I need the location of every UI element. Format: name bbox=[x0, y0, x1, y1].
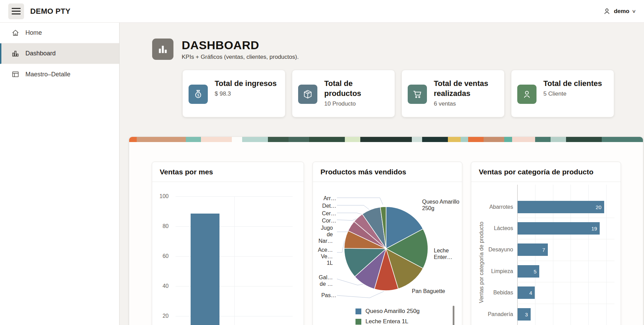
monthly-bar[interactable] bbox=[191, 214, 219, 325]
sidebar: Home Dashboard Maestro–Detalle bbox=[0, 23, 120, 325]
charts-panel: Ventas por mes 100 80 60 40 20 bbox=[129, 137, 643, 325]
pie-label: Det… bbox=[315, 203, 336, 209]
bar-value: 5 bbox=[534, 269, 536, 274]
sidebar-item-maestro-detalle[interactable]: Maestro–Detalle bbox=[0, 64, 119, 85]
bar-value: 7 bbox=[542, 247, 545, 253]
chart-title: Ventas por mes bbox=[152, 162, 304, 182]
pie-label: Cor… bbox=[315, 217, 336, 224]
category-label: Abarrotes bbox=[479, 204, 513, 210]
kpi-card-clientes: Total de clientes 5 Cliente bbox=[511, 70, 614, 117]
kpi-card-productos: Total de productos 10 Producto bbox=[292, 70, 395, 117]
chart-card-ventas-por-mes: Ventas por mes 100 80 60 40 20 bbox=[152, 162, 304, 325]
pie-label: Pas… bbox=[315, 292, 336, 299]
y-tick: 80 bbox=[152, 223, 169, 229]
kpi-title: Total de ingresos bbox=[215, 78, 277, 88]
kpi-value: 6 ventas bbox=[434, 100, 498, 107]
user-icon bbox=[603, 8, 611, 15]
sidebar-item-label: Home bbox=[25, 29, 42, 36]
bar-chart-icon bbox=[152, 39, 173, 60]
legend-swatch bbox=[355, 319, 361, 325]
kpi-value: $ 98.3 bbox=[215, 90, 277, 97]
pie-svg bbox=[344, 206, 428, 291]
chevron-down-icon: ∨ bbox=[632, 9, 636, 14]
category-bar[interactable]: 5 bbox=[518, 265, 539, 278]
chart-card-productos-mas-vendidos: Productos más vendidos bbox=[313, 162, 462, 325]
category-label: Bebidas bbox=[479, 290, 513, 296]
sidebar-item-label: Maestro–Detalle bbox=[25, 71, 70, 78]
bar-value: 19 bbox=[591, 226, 597, 231]
kpi-title: Total de productos bbox=[324, 78, 388, 98]
user-menu[interactable]: demo ∨ bbox=[603, 8, 636, 15]
main-content: DASHBOARD KPIs + Gráficos (ventas, clien… bbox=[120, 23, 644, 325]
category-label: Desayuno bbox=[479, 247, 513, 253]
bar-value: 4 bbox=[529, 290, 532, 296]
pie-label: Jugo de Nar… bbox=[315, 225, 333, 244]
page-subtitle: KPIs + Gráficos (ventas, clientes, produ… bbox=[182, 54, 299, 61]
sidebar-item-home[interactable]: Home bbox=[0, 23, 119, 43]
category-bar[interactable]: 4 bbox=[518, 286, 535, 299]
bar-chart-monthly: 100 80 60 40 20 bbox=[152, 182, 304, 325]
svg-text:$: $ bbox=[197, 93, 199, 97]
y-tick: 60 bbox=[152, 253, 169, 259]
pie-label: Arr… bbox=[315, 195, 336, 202]
pie-label: Queso Amarillo 250g bbox=[422, 198, 462, 212]
chart-card-ventas-por-categoria: Ventas por categoría de producto Ventas … bbox=[471, 162, 621, 325]
kpi-value: 10 Producto bbox=[324, 100, 388, 107]
menu-icon[interactable] bbox=[8, 3, 24, 19]
app-brand: DEMO PTY bbox=[30, 7, 70, 16]
legend-label: Leche Entera 1L bbox=[365, 318, 408, 325]
kpi-card-ingresos: $ Total de ingresos $ 98.3 bbox=[182, 70, 285, 117]
page-header: DASHBOARD KPIs + Gráficos (ventas, clien… bbox=[152, 39, 299, 61]
pie-label: Pan Baguette bbox=[412, 288, 456, 294]
user-name: demo bbox=[614, 8, 629, 15]
kpi-row: $ Total de ingresos $ 98.3 Total de prod… bbox=[182, 70, 614, 117]
hbar-chart-categories: Ventas por categoría de producto Abarrot… bbox=[471, 182, 621, 325]
y-axis-title: Ventas por categoría de producto bbox=[478, 201, 485, 324]
bar-value: 20 bbox=[596, 204, 601, 210]
legend-item[interactable]: Leche Entera 1L bbox=[355, 318, 420, 325]
app-header: DEMO PTY demo ∨ bbox=[0, 0, 644, 23]
sidebar-item-label: Dashboard bbox=[25, 50, 56, 57]
pie-chart-products: Arr… Det… Cer… Cor… Jugo de Nar… Ace… Ve… bbox=[313, 182, 462, 325]
package-icon bbox=[298, 85, 317, 104]
money-bag-icon: $ bbox=[189, 85, 208, 104]
category-bar[interactable]: 20 bbox=[518, 201, 604, 213]
pie-legend: Queso Amarillo 250g Leche Entera 1L bbox=[355, 308, 420, 325]
legend-scrollbar[interactable] bbox=[453, 306, 454, 325]
category-bar[interactable]: 3 bbox=[518, 308, 531, 321]
kpi-card-ventas: Total de ventas realizadas 6 ventas bbox=[402, 70, 505, 117]
category-label: Lácteos bbox=[479, 225, 513, 231]
sidebar-item-dashboard[interactable]: Dashboard bbox=[0, 43, 119, 64]
y-tick: 40 bbox=[152, 283, 169, 289]
category-label: Limpieza bbox=[479, 268, 513, 274]
category-bar[interactable]: 7 bbox=[518, 243, 548, 256]
category-bar[interactable]: 19 bbox=[518, 222, 600, 235]
y-tick: 20 bbox=[152, 313, 169, 319]
home-icon bbox=[12, 29, 19, 37]
chart-title: Productos más vendidos bbox=[313, 162, 462, 182]
pie-label: Gal… de … bbox=[315, 274, 333, 287]
bar-chart-icon bbox=[12, 50, 19, 57]
legend-swatch bbox=[355, 308, 361, 314]
legend-label: Queso Amarillo 250g bbox=[365, 308, 420, 315]
y-tick: 100 bbox=[152, 193, 169, 199]
page-title: DASHBOARD bbox=[182, 39, 299, 52]
pie-label: Leche Enter… bbox=[434, 247, 458, 260]
chart-title: Ventas por categoría de producto bbox=[471, 162, 621, 182]
pie-label: Ace… Ve… 1L bbox=[315, 247, 333, 266]
legend-item[interactable]: Queso Amarillo 250g bbox=[355, 308, 420, 315]
decorative-banner bbox=[129, 137, 643, 142]
cart-icon bbox=[408, 85, 427, 104]
bar-value: 3 bbox=[525, 312, 528, 317]
kpi-value: 5 Cliente bbox=[543, 90, 602, 97]
person-icon bbox=[517, 85, 536, 104]
kpi-title: Total de clientes bbox=[543, 78, 602, 88]
category-label: Panadería bbox=[479, 311, 513, 317]
master-detail-icon bbox=[12, 71, 19, 78]
kpi-title: Total de ventas realizadas bbox=[434, 78, 498, 98]
pie-label: Cer… bbox=[315, 210, 336, 217]
